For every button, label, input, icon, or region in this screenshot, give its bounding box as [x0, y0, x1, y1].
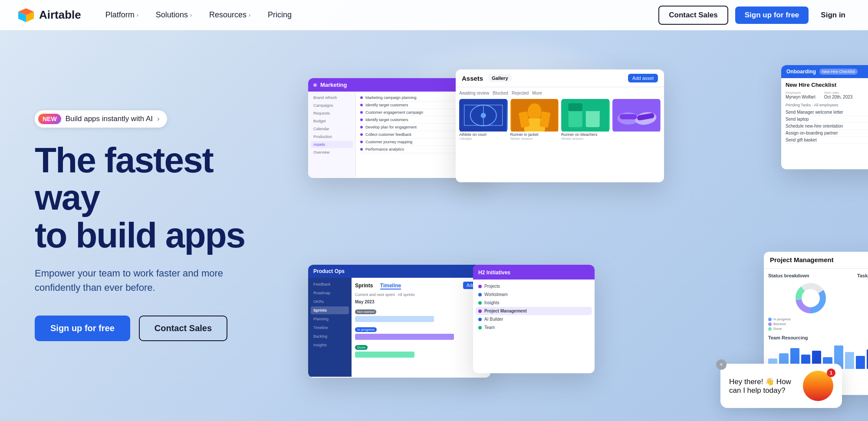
sidebar-roadmap[interactable]: Roadmap: [311, 289, 349, 297]
row-dot: [360, 126, 363, 128]
dot-pm: [478, 309, 482, 313]
dot-ai: [478, 318, 482, 321]
hero-title: The fastest way to build apps: [35, 141, 260, 253]
contact-hero-button[interactable]: Contact Sales: [139, 316, 227, 341]
onboarding-card: Onboarding New Hire Checklist New Hire C…: [781, 65, 868, 169]
sidebar-planning[interactable]: Planning: [311, 315, 349, 323]
table-row: Send Manager welcome letter: [786, 109, 868, 116]
init-insights[interactable]: Insights: [476, 299, 592, 307]
sidebar-backlog[interactable]: Backlog: [311, 332, 349, 340]
init-project-mgmt[interactable]: Project Management: [476, 307, 592, 315]
asset-jacket-img: [510, 99, 559, 132]
dot-projects: [478, 285, 482, 288]
product-ops-sidebar: Feedback Roadmap OKRs Sprints Planning T…: [308, 278, 352, 377]
employee-name: Myrwyn Wolfart: [786, 95, 815, 99]
timeline-group-done: Done: [355, 342, 487, 358]
product-ops-title: Product Ops: [313, 268, 345, 274]
svg-rect-22: [619, 114, 637, 119]
signup-nav-button[interactable]: Sign up for free: [735, 7, 809, 24]
asset-shoes[interactable]: [612, 99, 661, 141]
status-done: Done: [355, 345, 368, 350]
row-dot: [360, 141, 363, 143]
svg-rect-16: [586, 110, 600, 127]
assets-card-header: Assets Gallery Add asset: [456, 69, 664, 87]
sidebar-item-requests[interactable]: Requests: [311, 110, 353, 117]
sidebar-okrs[interactable]: OKRs: [311, 298, 349, 306]
pending-tasks-section: Pending Tasks · All employees Send Manag…: [786, 103, 868, 144]
assets-grid: Athlete on court Lifestyle Runner in jac…: [459, 99, 661, 141]
employee-label: Employee: [786, 91, 815, 95]
sidebar-item-budget[interactable]: Budget: [311, 118, 353, 125]
sidebar-item-campaigns[interactable]: Campaigns: [311, 102, 353, 109]
donut-chart-status: [768, 281, 853, 316]
assets-status-row: Awaiting review Blocked Rejected More: [459, 91, 661, 95]
signin-link[interactable]: Sign in: [815, 7, 851, 23]
nav-platform[interactable]: Platform ›: [99, 7, 145, 23]
add-asset-button[interactable]: Add asset: [628, 74, 658, 82]
donut-chart-tasks: [857, 281, 868, 316]
new-badge-button[interactable]: NEW Build apps instantly with AI ›: [35, 110, 167, 128]
asset-jacket-label: Runner in jacket: [510, 132, 559, 137]
nav-pricing[interactable]: Pricing: [261, 7, 299, 23]
contact-sales-nav-button[interactable]: Contact Sales: [658, 6, 728, 25]
asset-shirts[interactable]: Runner on bleachers Winter season: [561, 99, 610, 141]
init-projects[interactable]: Projects: [476, 282, 592, 290]
sidebar-insights[interactable]: Insights: [311, 341, 349, 349]
sidebar-item-overview[interactable]: Overview: [311, 149, 353, 156]
hero-subtitle: Empower your team to work faster and mor…: [35, 266, 260, 295]
product-ops-content: Sprints Timeline Add task Current and ne…: [352, 278, 490, 377]
tasks-title: Tasks related to projects: [857, 273, 868, 278]
initiatives-card: H2 Initiatives Projects Workstream Insig…: [473, 265, 595, 373]
init-workstream[interactable]: Workstream: [476, 290, 592, 299]
init-team[interactable]: Team: [476, 323, 592, 332]
svg-rect-18: [586, 103, 600, 111]
signup-hero-button[interactable]: Sign up for free: [35, 316, 130, 341]
asset-court[interactable]: Athlete on court Lifestyle: [459, 99, 508, 141]
hero-section: NEW Build apps instantly with AI › The f…: [0, 0, 868, 421]
chat-close-button[interactable]: ×: [716, 359, 727, 370]
chat-avatar-container: 1: [803, 371, 833, 401]
resources-chevron: ›: [249, 12, 250, 18]
bar-notstarted: [355, 316, 434, 322]
date-label: Start date: [824, 91, 853, 95]
badge-text: Build apps instantly with AI: [66, 115, 153, 123]
asset-shoes-img: [612, 99, 661, 132]
chat-message: Hey there! 👋 How can I help today?: [729, 377, 798, 395]
row-dot: [360, 148, 363, 151]
project-mgmt-title: Project Management: [770, 256, 834, 263]
tasks-related-section: Tasks related to projects: [857, 273, 868, 331]
row-dot: [360, 104, 363, 106]
table-row: Send gift basket Important: [786, 137, 868, 144]
status-more: More: [532, 91, 542, 95]
nav-resources[interactable]: Resources ›: [202, 7, 257, 23]
sidebar-sprints[interactable]: Sprints: [311, 306, 349, 314]
sidebar-timeline[interactable]: Timeline: [311, 324, 349, 332]
bar-done: [355, 352, 414, 358]
pending-tasks-label: Pending Tasks · All employees: [786, 103, 868, 107]
sidebar-item-production[interactable]: Production: [311, 133, 353, 140]
timeline-group-notstarted: Not started: [355, 307, 487, 322]
tab-gallery[interactable]: Gallery: [488, 74, 511, 82]
new-pill: NEW: [38, 114, 61, 124]
onboarding-header: Onboarding New Hire Checklist: [781, 65, 868, 78]
sidebar-item-assets[interactable]: Assets: [311, 141, 353, 148]
assets-tabs: Gallery: [488, 74, 511, 82]
init-ai-builder[interactable]: AI Builder: [476, 315, 592, 323]
product-ops-header: Product Ops: [308, 265, 490, 278]
nav-solutions[interactable]: Solutions ›: [149, 7, 199, 23]
initiatives-header: H2 Initiatives: [473, 265, 595, 280]
sidebar-item-calendar[interactable]: Calendar: [311, 125, 353, 132]
sprint-date: May 2023: [355, 299, 487, 304]
airtable-logo-icon: [17, 7, 35, 24]
row-dot: [360, 111, 363, 114]
asset-shirts-label: Runner on bleachers: [561, 132, 610, 137]
asset-jacket[interactable]: Runner in jacket Winter season: [510, 99, 559, 141]
r-bar-9: [856, 356, 865, 369]
sidebar-feedback[interactable]: Feedback: [311, 280, 349, 288]
sidebar-item-brand[interactable]: Brand refresh: [311, 94, 353, 101]
project-mgmt-body: Status breakdown In progress Blocke: [764, 269, 868, 373]
logo[interactable]: Airtable: [17, 7, 81, 24]
chat-widget[interactable]: × Hey there! 👋 How can I help today? 1: [720, 364, 842, 408]
table-row: Schedule new-hire orientation Critical: [786, 123, 868, 130]
logo-text: Airtable: [39, 8, 81, 22]
